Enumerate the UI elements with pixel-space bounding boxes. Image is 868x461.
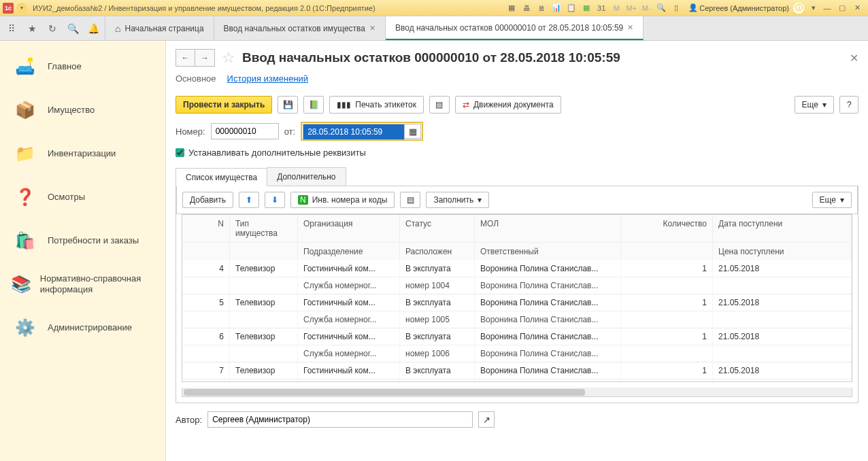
zoom-icon[interactable]: 🔍 bbox=[656, 3, 667, 14]
hdr-n[interactable]: N bbox=[182, 215, 230, 242]
add-button[interactable]: Добавить bbox=[182, 192, 233, 208]
star-icon[interactable]: ★ bbox=[26, 23, 38, 34]
hdr-type[interactable]: Тип имущества bbox=[230, 215, 298, 242]
extra-props-checkbox[interactable] bbox=[176, 148, 184, 157]
doc-icon[interactable]: 🗎 bbox=[536, 3, 547, 14]
search-icon[interactable]: 🔍 bbox=[67, 23, 79, 34]
window-title: ИУИ2_демобаза№2 / Инвентаризация и управ… bbox=[33, 4, 506, 12]
print-icon[interactable]: 🖶 bbox=[521, 3, 532, 14]
calc-icon[interactable]: 31 bbox=[596, 3, 607, 14]
tab-home[interactable]: ⌂ Начальная страница bbox=[105, 16, 214, 40]
author-row: Автор: ↗ bbox=[176, 411, 858, 428]
mail-icon[interactable]: 📋 bbox=[566, 3, 577, 14]
sidebar-item-inspect[interactable]: ❓Осмотры bbox=[0, 175, 165, 219]
move-down-button[interactable]: ⬇ bbox=[265, 192, 285, 208]
author-open-button[interactable]: ↗ bbox=[478, 411, 495, 428]
from-label: от: bbox=[284, 126, 296, 137]
author-label: Автор: bbox=[176, 415, 202, 425]
grid-more-button[interactable]: Еще ▾ bbox=[812, 192, 852, 208]
nav-back-button[interactable]: ← bbox=[176, 50, 195, 66]
horizontal-scrollbar[interactable] bbox=[182, 388, 852, 397]
hdr-date-in[interactable]: Дата поступлени bbox=[713, 215, 852, 242]
document-moves-button[interactable]: ⇄Движения документа bbox=[455, 96, 561, 114]
hdr-dept[interactable]: Подразделение bbox=[298, 242, 400, 260]
nav-forward-button[interactable]: → bbox=[195, 50, 214, 66]
close-icon[interactable]: ✕ bbox=[369, 24, 375, 33]
chevron-down-icon: ▾ bbox=[478, 195, 482, 205]
tab-document-active[interactable]: Ввод начальных остатков 000000010 от 28.… bbox=[386, 16, 644, 40]
m-minus-icon[interactable]: M- bbox=[641, 3, 652, 14]
subtab-main[interactable]: Основное bbox=[176, 73, 216, 86]
date-input[interactable] bbox=[303, 124, 405, 140]
sidebar-item-admin[interactable]: ⚙️Администрирование bbox=[0, 306, 165, 349]
table-row[interactable]: 7ТелевизорГостиничный ком...В эксплуатаВ… bbox=[182, 362, 852, 379]
subtab-history[interactable]: История изменений bbox=[227, 73, 309, 86]
current-user[interactable]: 👤 Сергеев (Администратор) bbox=[684, 3, 793, 12]
list-button[interactable]: ▤ bbox=[429, 96, 450, 114]
calendar-icon[interactable]: ▦ bbox=[581, 3, 592, 14]
more-button[interactable]: Еще ▾ bbox=[795, 96, 834, 114]
sidebar-item-needs[interactable]: 🛍️Потребности и заказы bbox=[0, 219, 165, 262]
panel-icon[interactable]: ▯ bbox=[671, 3, 682, 14]
date-field-wrap: ▦ bbox=[301, 122, 423, 141]
close-page-icon[interactable]: ✕ bbox=[850, 52, 858, 65]
apps-icon[interactable]: ⠿ bbox=[5, 23, 18, 34]
help-button[interactable]: ? bbox=[839, 96, 858, 114]
tab-label: Ввод начальных остатков имущества bbox=[224, 24, 365, 33]
hdr-price-in[interactable]: Цена поступлени bbox=[713, 242, 852, 260]
scroll-thumb[interactable] bbox=[184, 389, 585, 396]
hdr-resp[interactable]: Ответственный bbox=[475, 242, 621, 260]
chart-icon[interactable]: 📊 bbox=[551, 3, 562, 14]
table-row[interactable]: 5ТелевизорГостиничный ком...В эксплуатаВ… bbox=[182, 294, 852, 311]
fill-button[interactable]: Заполнить ▾ bbox=[426, 192, 489, 208]
maximize-icon[interactable]: ▢ bbox=[837, 3, 848, 14]
info-dropdown-icon[interactable]: ▾ bbox=[808, 3, 819, 14]
table-subrow[interactable]: Служба номерног...номер 1006Воронина Пол… bbox=[182, 345, 852, 362]
sidebar-item-main[interactable]: 🛋️Главное bbox=[0, 45, 165, 88]
calendar-button[interactable]: ▦ bbox=[405, 124, 421, 139]
print-labels-button[interactable]: ▮▮▮Печать этикеток bbox=[329, 96, 424, 114]
chevron-down-icon: ▾ bbox=[840, 195, 844, 205]
hdr-mol[interactable]: МОЛ bbox=[475, 215, 621, 242]
post-button[interactable]: 📗 bbox=[303, 96, 324, 114]
number-input[interactable] bbox=[211, 123, 279, 139]
question-icon: ❓ bbox=[11, 185, 39, 209]
move-up-button[interactable]: ⬆ bbox=[239, 192, 259, 208]
app-menu-dropdown[interactable]: ▾ bbox=[16, 3, 27, 14]
tab-initial-property[interactable]: Ввод начальных остатков имущества ✕ bbox=[214, 16, 386, 40]
hdr-status[interactable]: Статус bbox=[400, 215, 475, 242]
boxes-icon: 📦 bbox=[11, 98, 39, 122]
save-button[interactable]: 💾 bbox=[278, 96, 298, 114]
hdr-qty[interactable]: Количество bbox=[621, 215, 713, 242]
table-subrow[interactable]: Служба номерног...номер 1005Воронина Пол… bbox=[182, 311, 852, 328]
minimize-icon[interactable]: — bbox=[822, 3, 833, 14]
author-input[interactable] bbox=[207, 411, 473, 428]
property-grid: N Тип имущества Организация Статус МОЛ К… bbox=[182, 214, 852, 382]
table-row[interactable]: 4ТелевизорГостиничный ком...В эксплуатаВ… bbox=[182, 260, 852, 277]
favorite-star-icon[interactable]: ☆ bbox=[222, 49, 235, 67]
tool-icon[interactable]: ▦ bbox=[506, 3, 517, 14]
close-icon[interactable]: ✕ bbox=[852, 3, 863, 14]
post-and-close-button[interactable]: Провести и закрыть bbox=[176, 96, 272, 114]
hdr-org[interactable]: Организация bbox=[298, 215, 400, 242]
info-icon[interactable]: ⓘ bbox=[793, 3, 804, 14]
table-row[interactable]: 6ТелевизорГостиничный ком...В эксплуатаВ… bbox=[182, 328, 852, 345]
tab-list[interactable]: Список имущества bbox=[176, 168, 267, 186]
bell-icon[interactable]: 🔔 bbox=[87, 23, 99, 34]
hdr-located[interactable]: Расположен bbox=[400, 242, 475, 260]
list-view-button[interactable]: ▤ bbox=[400, 192, 420, 208]
close-icon[interactable]: ✕ bbox=[627, 23, 633, 32]
subtabs: Основное История изменений bbox=[176, 73, 858, 86]
sidebar-item-property[interactable]: 📦Имущество bbox=[0, 88, 165, 132]
m-icon[interactable]: M bbox=[611, 3, 622, 14]
sidebar-item-inventory[interactable]: 📁Инвентаризации bbox=[0, 132, 165, 175]
m-plus-icon[interactable]: M+ bbox=[626, 3, 637, 14]
table-subrow[interactable]: Служба номерног... bbox=[182, 379, 852, 381]
grid-body[interactable]: 4ТелевизорГостиничный ком...В эксплуатаВ… bbox=[182, 260, 852, 381]
table-subrow[interactable]: Служба номерног...номер 1004Воронина Пол… bbox=[182, 277, 852, 294]
app-logo-icon: 1c bbox=[3, 3, 14, 14]
inv-numbers-button[interactable]: NИнв. номера и коды bbox=[290, 192, 395, 208]
history-icon[interactable]: ↻ bbox=[46, 23, 59, 34]
sidebar-item-refs[interactable]: 📚Нормативно-справочная информация bbox=[0, 262, 165, 306]
tab-extra[interactable]: Дополнительно bbox=[267, 167, 346, 186]
